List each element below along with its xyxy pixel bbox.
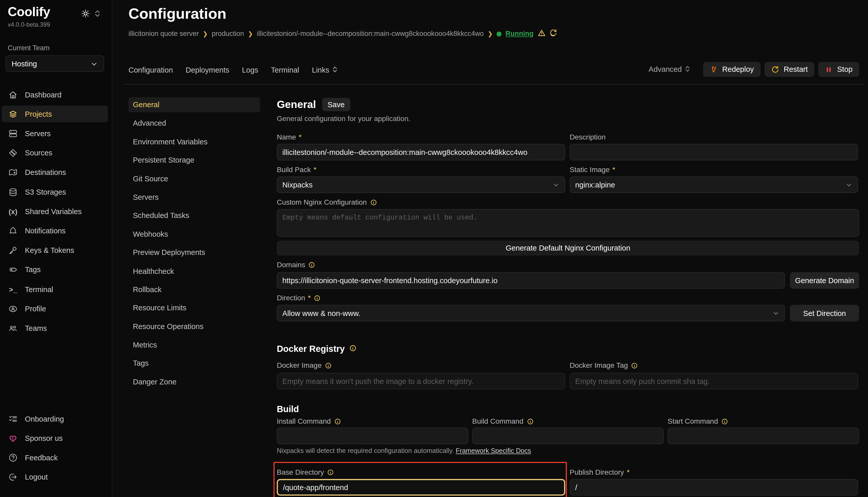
- info-icon[interactable]: [349, 344, 356, 354]
- tab-logs[interactable]: Logs: [242, 66, 258, 74]
- sidebar-item-projects[interactable]: Projects: [2, 106, 108, 122]
- config-nav-item-general[interactable]: General: [128, 97, 260, 112]
- sidebar-item-keys-and-tokens[interactable]: Keys & Tokens: [2, 242, 108, 258]
- page-title: Configuration: [128, 6, 226, 23]
- config-nav-item-preview-deployments[interactable]: Preview Deployments: [128, 245, 260, 260]
- docker-image-tag-input[interactable]: Empty means only push commit sha tag.: [569, 373, 858, 389]
- generate-domain-button[interactable]: Generate Domain: [790, 272, 859, 289]
- sidebar-item-sponsor-us[interactable]: Sponsor us: [2, 430, 108, 446]
- action-toolbar: Advanced Redeploy Restart: [649, 62, 859, 77]
- generate-default-nginx-configuration-button[interactable]: Generate Default Nginx Configuration: [277, 241, 859, 255]
- sidebar-item-teams[interactable]: Teams: [2, 320, 108, 337]
- tab-terminal[interactable]: Terminal: [271, 66, 299, 74]
- sidebar-item-dashboard[interactable]: Dashboard: [2, 86, 108, 103]
- name-input[interactable]: illicitestonion/-module--decomposition:m…: [277, 144, 565, 160]
- domains-input[interactable]: https://illicitonion-quote-server-fronte…: [277, 272, 785, 289]
- build-pack-select[interactable]: Nixpacks: [277, 176, 565, 193]
- tab-links[interactable]: Links: [312, 66, 337, 75]
- sidebar-item-terminal[interactable]: >_ Terminal: [2, 281, 108, 298]
- info-icon[interactable]: [314, 295, 321, 301]
- framework-specific-docs-link[interactable]: Framework Specific Docs: [456, 447, 531, 455]
- sidebar-item-label: Destinations: [25, 168, 66, 176]
- tab-configuration[interactable]: Configuration: [128, 66, 173, 74]
- warning-triangle-icon[interactable]: [537, 29, 546, 39]
- sidebar-item-profile[interactable]: Profile: [2, 300, 108, 317]
- config-nav-item-tags[interactable]: Tags: [128, 356, 260, 371]
- build-command-label: Build Command: [472, 417, 664, 425]
- restart-icon: [771, 66, 779, 74]
- sidebar-item-onboarding[interactable]: Onboarding: [2, 410, 108, 427]
- docker-image-input[interactable]: Empty means it won't push the image to a…: [277, 373, 565, 389]
- sidebar-item-sources[interactable]: Sources: [2, 144, 108, 161]
- config-nav-item-servers[interactable]: Servers: [128, 190, 260, 205]
- info-icon[interactable]: [334, 418, 341, 425]
- bell-icon: [8, 225, 18, 236]
- chevron-up-down-icon[interactable]: [94, 10, 101, 20]
- info-icon[interactable]: [721, 418, 728, 425]
- breadcrumb-item-environment[interactable]: production: [212, 30, 244, 38]
- custom-nginx-textarea[interactable]: Empty means default configuration will b…: [277, 209, 859, 237]
- description-input[interactable]: [569, 144, 858, 160]
- config-nav-item-webhooks[interactable]: Webhooks: [128, 227, 260, 242]
- static-image-select[interactable]: nginx:alpine: [569, 176, 858, 193]
- sidebar-item-shared-variables[interactable]: (x) Shared Variables: [2, 203, 108, 220]
- info-icon[interactable]: [370, 199, 377, 205]
- sun-icon[interactable]: [81, 9, 90, 20]
- config-nav-item-rollback[interactable]: Rollback: [128, 282, 260, 297]
- config-nav-item-git-source[interactable]: Git Source: [128, 171, 260, 186]
- set-direction-button[interactable]: Set Direction: [790, 305, 859, 321]
- required-asterisk: *: [308, 294, 311, 302]
- publish-directory-input[interactable]: /: [569, 479, 858, 496]
- breadcrumb-item-project[interactable]: illicitonion quote server: [128, 30, 199, 38]
- stop-button[interactable]: Stop: [818, 62, 859, 77]
- sidebar-item-feedback[interactable]: Feedback: [2, 449, 108, 466]
- app-logo[interactable]: Coolify: [8, 4, 50, 19]
- direction-select[interactable]: Allow www & non-www.: [277, 305, 785, 321]
- restart-button[interactable]: Restart: [764, 62, 814, 77]
- breadcrumb-item-resource[interactable]: illicitestonion/-module--decomposition:m…: [257, 30, 484, 38]
- config-nav-item-metrics[interactable]: Metrics: [128, 338, 260, 352]
- info-icon[interactable]: [631, 362, 638, 369]
- tab-deployments[interactable]: Deployments: [185, 66, 229, 74]
- sidebar-item-servers[interactable]: Servers: [2, 125, 108, 142]
- sidebar-item-destinations[interactable]: Destinations: [2, 164, 108, 180]
- source-icon: [8, 147, 18, 158]
- start-command-label: Start Command: [667, 417, 859, 425]
- configuration-nav: General Advanced Environment Variables P…: [128, 97, 260, 393]
- buildpack-staticimage-labels: Build Pack * Static Image *: [277, 166, 859, 174]
- config-nav-item-resource-limits[interactable]: Resource Limits: [128, 301, 260, 315]
- save-button[interactable]: Save: [322, 98, 350, 111]
- install-command-input[interactable]: [277, 427, 468, 444]
- status-dot: [497, 31, 501, 36]
- sidebar-item-s3-storages[interactable]: S3 Storages: [2, 184, 108, 200]
- config-nav-item-advanced[interactable]: Advanced: [128, 116, 260, 131]
- info-icon[interactable]: [527, 418, 533, 425]
- section-header-general: General Save: [277, 98, 859, 111]
- required-asterisk: *: [627, 468, 630, 476]
- variable-icon: (x): [8, 206, 18, 216]
- section-title: General: [277, 98, 316, 111]
- info-icon[interactable]: [325, 362, 332, 369]
- refresh-icon[interactable]: [549, 29, 557, 39]
- sidebar-item-logout[interactable]: Logout: [2, 469, 108, 485]
- required-asterisk: *: [314, 166, 316, 174]
- buildpack-staticimage-selects: Nixpacks nginx:alpine: [277, 176, 859, 193]
- redeploy-button[interactable]: Redeploy: [703, 62, 760, 77]
- config-nav-item-persistent-storage[interactable]: Persistent Storage: [128, 153, 260, 168]
- start-command-input[interactable]: [667, 427, 859, 444]
- advanced-dropdown[interactable]: Advanced: [649, 65, 690, 74]
- status-badge[interactable]: Running: [505, 30, 533, 38]
- database-icon: [8, 187, 18, 197]
- build-heading-row: Build: [277, 404, 859, 414]
- config-nav-item-danger-zone[interactable]: Danger Zone: [128, 374, 260, 389]
- team-select[interactable]: Hosting: [6, 55, 104, 72]
- config-nav-item-environment-variables[interactable]: Environment Variables: [128, 134, 260, 149]
- config-nav-item-scheduled-tasks[interactable]: Scheduled Tasks: [128, 208, 260, 223]
- config-nav-item-healthcheck[interactable]: Healthcheck: [128, 264, 260, 279]
- sidebar-item-tags[interactable]: Tags: [2, 261, 108, 278]
- chevron-down-icon: [90, 60, 98, 70]
- config-nav-item-resource-operations[interactable]: Resource Operations: [128, 319, 260, 334]
- sidebar-item-notifications[interactable]: Notifications: [2, 222, 108, 239]
- build-command-input[interactable]: [472, 427, 664, 444]
- info-icon[interactable]: [308, 261, 315, 268]
